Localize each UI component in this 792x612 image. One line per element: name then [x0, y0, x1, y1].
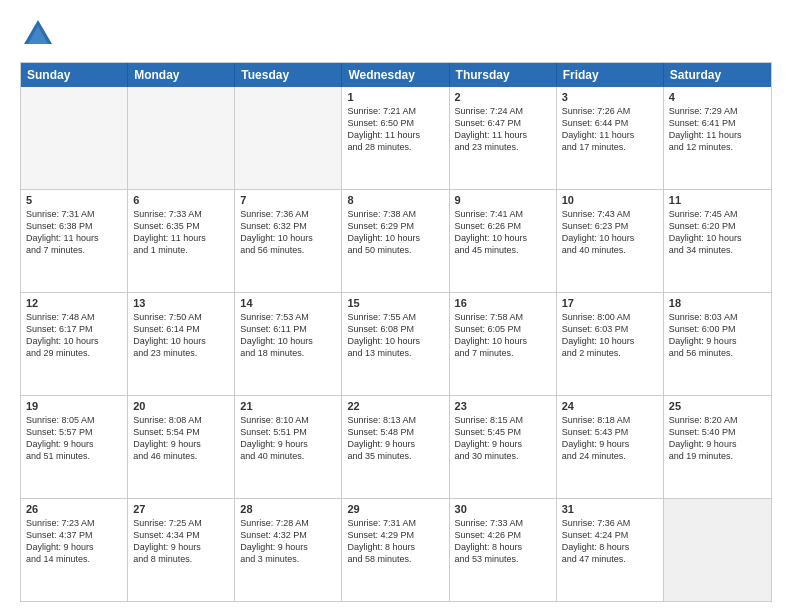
day-info-line: Daylight: 8 hours: [455, 541, 551, 553]
day-info-line: Daylight: 9 hours: [240, 541, 336, 553]
day-cell-19: 19Sunrise: 8:05 AMSunset: 5:57 PMDayligh…: [21, 396, 128, 498]
day-number: 8: [347, 194, 443, 206]
day-info-line: Sunset: 6:17 PM: [26, 323, 122, 335]
day-info-line: and 58 minutes.: [347, 553, 443, 565]
day-info-line: Daylight: 9 hours: [669, 438, 766, 450]
day-info-line: and 56 minutes.: [240, 244, 336, 256]
day-cell-31: 31Sunrise: 7:36 AMSunset: 4:24 PMDayligh…: [557, 499, 664, 601]
day-cell-4: 4Sunrise: 7:29 AMSunset: 6:41 PMDaylight…: [664, 87, 771, 189]
day-cell-20: 20Sunrise: 8:08 AMSunset: 5:54 PMDayligh…: [128, 396, 235, 498]
day-cell-13: 13Sunrise: 7:50 AMSunset: 6:14 PMDayligh…: [128, 293, 235, 395]
day-cell-1: 1Sunrise: 7:21 AMSunset: 6:50 PMDaylight…: [342, 87, 449, 189]
day-info-line: Daylight: 9 hours: [133, 541, 229, 553]
day-number: 25: [669, 400, 766, 412]
day-info-line: Daylight: 11 hours: [562, 129, 658, 141]
day-info-line: Daylight: 11 hours: [669, 129, 766, 141]
day-info-line: Sunrise: 8:03 AM: [669, 311, 766, 323]
calendar-row-2: 12Sunrise: 7:48 AMSunset: 6:17 PMDayligh…: [21, 292, 771, 395]
day-number: 6: [133, 194, 229, 206]
day-number: 23: [455, 400, 551, 412]
day-info-line: and 40 minutes.: [562, 244, 658, 256]
day-number: 31: [562, 503, 658, 515]
day-cell-2: 2Sunrise: 7:24 AMSunset: 6:47 PMDaylight…: [450, 87, 557, 189]
day-info-line: and 50 minutes.: [347, 244, 443, 256]
day-info-line: Sunset: 5:57 PM: [26, 426, 122, 438]
day-cell-29: 29Sunrise: 7:31 AMSunset: 4:29 PMDayligh…: [342, 499, 449, 601]
day-cell-28: 28Sunrise: 7:28 AMSunset: 4:32 PMDayligh…: [235, 499, 342, 601]
header: [20, 16, 772, 52]
day-number: 16: [455, 297, 551, 309]
col-header-monday: Monday: [128, 63, 235, 87]
day-info-line: Daylight: 11 hours: [26, 232, 122, 244]
day-info-line: Sunset: 6:26 PM: [455, 220, 551, 232]
day-number: 20: [133, 400, 229, 412]
day-info-line: and 30 minutes.: [455, 450, 551, 462]
day-info-line: and 23 minutes.: [133, 347, 229, 359]
day-number: 11: [669, 194, 766, 206]
day-cell-15: 15Sunrise: 7:55 AMSunset: 6:08 PMDayligh…: [342, 293, 449, 395]
day-cell-11: 11Sunrise: 7:45 AMSunset: 6:20 PMDayligh…: [664, 190, 771, 292]
calendar-row-1: 5Sunrise: 7:31 AMSunset: 6:38 PMDaylight…: [21, 189, 771, 292]
day-info-line: Sunset: 4:24 PM: [562, 529, 658, 541]
day-info-line: Daylight: 9 hours: [562, 438, 658, 450]
day-info-line: Daylight: 8 hours: [347, 541, 443, 553]
day-info-line: Sunrise: 7:38 AM: [347, 208, 443, 220]
day-info-line: and 28 minutes.: [347, 141, 443, 153]
day-number: 26: [26, 503, 122, 515]
day-number: 14: [240, 297, 336, 309]
empty-cell-0-2: [235, 87, 342, 189]
day-cell-8: 8Sunrise: 7:38 AMSunset: 6:29 PMDaylight…: [342, 190, 449, 292]
day-info-line: Sunrise: 7:31 AM: [347, 517, 443, 529]
day-info-line: Sunset: 6:32 PM: [240, 220, 336, 232]
day-info-line: Daylight: 9 hours: [347, 438, 443, 450]
empty-cell-0-1: [128, 87, 235, 189]
day-cell-30: 30Sunrise: 7:33 AMSunset: 4:26 PMDayligh…: [450, 499, 557, 601]
day-info-line: Sunrise: 7:23 AM: [26, 517, 122, 529]
day-info-line: Sunrise: 7:53 AM: [240, 311, 336, 323]
day-info-line: and 7 minutes.: [26, 244, 122, 256]
day-info-line: Sunset: 6:14 PM: [133, 323, 229, 335]
col-header-tuesday: Tuesday: [235, 63, 342, 87]
day-info-line: Sunset: 6:29 PM: [347, 220, 443, 232]
day-info-line: and 51 minutes.: [26, 450, 122, 462]
day-info-line: Sunrise: 7:31 AM: [26, 208, 122, 220]
day-number: 19: [26, 400, 122, 412]
day-cell-27: 27Sunrise: 7:25 AMSunset: 4:34 PMDayligh…: [128, 499, 235, 601]
day-info-line: Daylight: 9 hours: [26, 438, 122, 450]
day-info-line: Sunset: 6:23 PM: [562, 220, 658, 232]
day-info-line: Sunset: 5:54 PM: [133, 426, 229, 438]
day-number: 2: [455, 91, 551, 103]
day-number: 9: [455, 194, 551, 206]
day-info-line: Sunset: 4:32 PM: [240, 529, 336, 541]
day-cell-23: 23Sunrise: 8:15 AMSunset: 5:45 PMDayligh…: [450, 396, 557, 498]
day-info-line: Sunset: 6:03 PM: [562, 323, 658, 335]
day-cell-25: 25Sunrise: 8:20 AMSunset: 5:40 PMDayligh…: [664, 396, 771, 498]
day-info-line: Sunset: 6:47 PM: [455, 117, 551, 129]
day-info-line: and 3 minutes.: [240, 553, 336, 565]
day-info-line: Sunrise: 8:15 AM: [455, 414, 551, 426]
day-number: 10: [562, 194, 658, 206]
day-info-line: Sunset: 4:29 PM: [347, 529, 443, 541]
day-cell-21: 21Sunrise: 8:10 AMSunset: 5:51 PMDayligh…: [235, 396, 342, 498]
day-info-line: Sunset: 5:48 PM: [347, 426, 443, 438]
day-info-line: Sunset: 6:44 PM: [562, 117, 658, 129]
day-info-line: Sunset: 6:11 PM: [240, 323, 336, 335]
day-info-line: Sunrise: 7:50 AM: [133, 311, 229, 323]
day-number: 22: [347, 400, 443, 412]
day-info-line: and 35 minutes.: [347, 450, 443, 462]
day-info-line: and 45 minutes.: [455, 244, 551, 256]
day-number: 13: [133, 297, 229, 309]
day-info-line: Daylight: 9 hours: [240, 438, 336, 450]
day-info-line: Daylight: 10 hours: [347, 232, 443, 244]
day-info-line: Sunset: 6:41 PM: [669, 117, 766, 129]
day-info-line: and 40 minutes.: [240, 450, 336, 462]
logo: [20, 16, 62, 52]
day-info-line: and 2 minutes.: [562, 347, 658, 359]
day-info-line: Sunset: 5:43 PM: [562, 426, 658, 438]
day-info-line: Sunrise: 7:24 AM: [455, 105, 551, 117]
day-info-line: Daylight: 9 hours: [26, 541, 122, 553]
day-info-line: Daylight: 10 hours: [562, 232, 658, 244]
day-number: 21: [240, 400, 336, 412]
empty-cell-0-0: [21, 87, 128, 189]
day-info-line: and 47 minutes.: [562, 553, 658, 565]
